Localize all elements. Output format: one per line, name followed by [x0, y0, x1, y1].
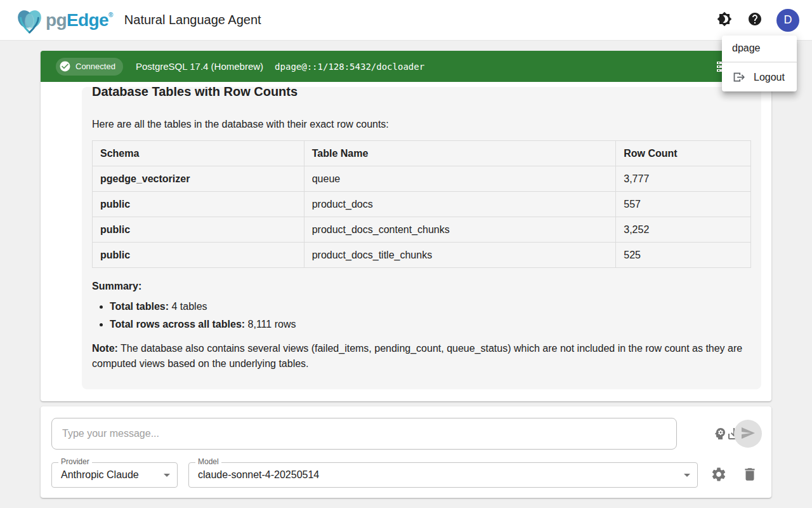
cell-schema: pgedge_vectorizer — [93, 166, 304, 192]
column-header-schema: Schema — [93, 141, 304, 166]
bullet-bold: Total tables: — [110, 301, 169, 312]
message-intro: Here are all the tables in the database … — [92, 118, 751, 130]
trash-icon — [742, 466, 758, 485]
cell-schema: public — [93, 217, 304, 243]
send-button[interactable] — [734, 420, 762, 448]
help-icon — [747, 11, 763, 29]
list-item: Total rows across all tables: 8,111 rows — [110, 318, 751, 330]
cell-table-name: queue — [304, 166, 616, 192]
cell-schema: public — [93, 243, 304, 268]
cell-row-count: 557 — [616, 192, 751, 217]
logout-icon — [732, 70, 745, 84]
settings-button[interactable] — [706, 462, 731, 488]
pgedge-logo: pgEdge® — [15, 7, 113, 34]
chevron-down-icon — [159, 467, 174, 485]
bullet-bold: Total rows across all tables: — [110, 319, 245, 330]
chevron-down-icon — [679, 467, 695, 485]
row-counts-table: Schema Table Name Row Count pgedge_vecto… — [92, 140, 751, 268]
brightness-icon — [717, 11, 732, 29]
check-circle-icon — [59, 60, 71, 72]
header-actions: D — [712, 8, 799, 33]
pgedge-wordmark: pgEdge® — [46, 10, 113, 30]
message-heading: Database Tables with Row Counts — [92, 87, 751, 99]
send-icon — [740, 425, 756, 443]
theme-toggle-button[interactable] — [712, 8, 737, 33]
cell-row-count: 3,252 — [616, 217, 751, 243]
clear-chat-button[interactable] — [737, 462, 763, 488]
message-input[interactable] — [51, 418, 677, 450]
bullet-text: 4 tables — [169, 301, 207, 312]
connection-status-label: Connected — [75, 62, 115, 71]
provider-select[interactable]: Provider Anthropic Claude — [51, 462, 178, 488]
model-select[interactable]: Model claude-sonnet-4-20250514 — [188, 462, 698, 488]
help-button[interactable] — [742, 8, 768, 33]
cell-row-count: 525 — [616, 243, 751, 268]
note-bold: Note: — [92, 343, 118, 354]
cell-row-count: 3,777 — [616, 166, 751, 192]
connection-bar: Connected PostgreSQL 17.4 (Homebrew) dpa… — [41, 51, 771, 82]
connection-status-badge: Connected — [56, 58, 123, 76]
column-header-row-count: Row Count — [616, 141, 751, 166]
gear-icon — [710, 466, 727, 485]
server-version: PostgreSQL 17.4 (Homebrew) — [136, 61, 263, 72]
menu-username: dpage — [722, 36, 797, 62]
table-row: public product_docs_title_chunks 525 — [93, 243, 751, 268]
table-row: public product_docs_content_chunks 3,252 — [93, 217, 751, 243]
note-text: The database also contains several views… — [92, 343, 742, 369]
chat-area: Database Tables with Row Counts Here are… — [41, 51, 771, 401]
column-header-table-name: Table Name — [304, 141, 616, 166]
ai-thinking-button[interactable] — [707, 422, 733, 447]
cell-table-name: product_docs — [304, 192, 616, 217]
user-menu: dpage Logout — [722, 36, 797, 91]
summary-list: Total tables: 4 tables Total rows across… — [92, 300, 751, 330]
logout-label: Logout — [754, 72, 785, 83]
page-title: Natural Language Agent — [124, 13, 261, 27]
pgedge-logo-icon — [15, 7, 44, 34]
cell-table-name: product_docs_content_chunks — [304, 217, 616, 243]
provider-select-value: Anthropic Claude — [61, 463, 139, 487]
model-select-value: claude-sonnet-4-20250514 — [198, 463, 319, 487]
cell-table-name: product_docs_title_chunks — [304, 243, 616, 268]
table-row: public product_docs 557 — [93, 192, 751, 217]
table-row: pgedge_vectorizer queue 3,777 — [93, 166, 751, 192]
app-header: pgEdge® Natural Language Agent D — [0, 0, 812, 41]
summary-heading: Summary: — [92, 281, 751, 292]
user-avatar[interactable]: D — [776, 9, 799, 32]
composer: Provider Anthropic Claude Model claude-s… — [41, 406, 771, 498]
logout-menu-item[interactable]: Logout — [722, 63, 797, 91]
cell-schema: public — [93, 192, 304, 217]
assistant-message: Database Tables with Row Counts Here are… — [82, 87, 761, 389]
bullet-text: 8,111 rows — [245, 319, 296, 330]
psychology-icon — [712, 426, 728, 443]
avatar-letter: D — [784, 13, 792, 27]
message-note: Note: The database also contains several… — [92, 341, 751, 371]
connection-string: dpage@::1/128:5432/docloader — [275, 62, 424, 72]
table-header-row: Schema Table Name Row Count — [93, 141, 751, 166]
list-item: Total tables: 4 tables — [110, 300, 751, 312]
